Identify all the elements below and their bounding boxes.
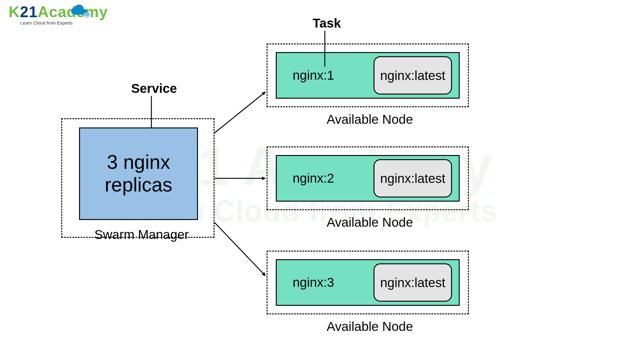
node-3-inner: nginx:3 nginx:latest [276,259,460,306]
logo-tagline: Learn Cloud from Experts [20,20,91,25]
logo-k: K [9,3,20,21]
service-box-text: 3 nginx replicas [105,151,173,196]
node-1-caption: Available Node [327,112,413,127]
node-2-task: nginx:2 [293,171,334,186]
node-2-image: nginx:latest [374,159,452,198]
node-2-inner: nginx:2 nginx:latest [276,155,460,202]
service-label: Service [131,81,177,96]
node-3-caption: Available Node [327,319,413,334]
task-label: Task [313,16,341,31]
cloud-icon [70,4,91,20]
node-2-caption: Available Node [327,215,413,230]
logo-21: 21 [20,3,38,21]
svg-line-4 [215,92,265,133]
logo: K21Academy Learn Cloud from Experts [9,4,91,38]
svg-point-1 [83,12,90,16]
swarm-manager-caption: Swarm Manager [94,227,189,242]
node-1-image: nginx:latest [374,56,452,95]
node-3-task: nginx:3 [293,275,334,290]
node-1-inner: nginx:1 nginx:latest [276,52,460,99]
svg-line-6 [215,222,265,276]
service-box: 3 nginx replicas [79,127,198,220]
node-1-task: nginx:1 [293,68,334,83]
node-3-image: nginx:latest [374,264,452,302]
